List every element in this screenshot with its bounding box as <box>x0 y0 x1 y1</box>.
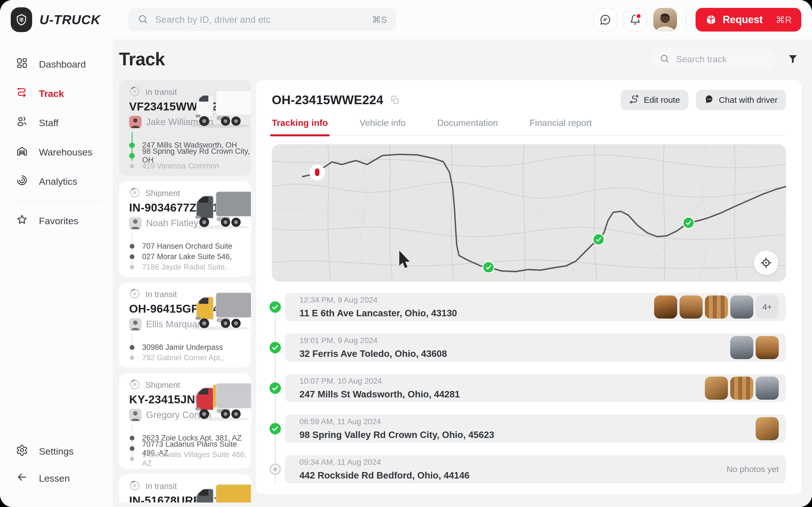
stop-photo[interactable] <box>756 377 779 400</box>
edit-route-icon <box>629 94 639 106</box>
card-stop: 027 Morar Lake Suite 546, <box>142 251 251 262</box>
map-roads <box>272 144 786 282</box>
sidebar-item-label: Favorites <box>39 216 79 226</box>
stop-photo[interactable] <box>756 417 779 440</box>
sidebar-item-favorites[interactable]: Favorites <box>0 206 113 235</box>
card-stop: 419 Vanessa Common <box>142 161 251 171</box>
tab-label: Financial report <box>529 118 592 128</box>
truck-image <box>187 379 251 424</box>
stop-address: 707 Hansen Orchard Suite <box>142 242 232 251</box>
stop-photo[interactable] <box>730 377 753 400</box>
timeline-stop-row[interactable]: 19:01 PM, 9 Aug 2024 32 Ferris Ave Toled… <box>285 334 786 362</box>
shipment-card-KY-23415JNF155[interactable]: Shipment KY-23415JNF155 Gregory Corwin 2… <box>119 373 251 469</box>
topbar-divider <box>686 11 687 28</box>
content-columns: In transit VF23415WWE224 Jake Williamson… <box>119 80 802 503</box>
detail-tabs: Tracking info Vehicle info Documentation… <box>272 118 786 136</box>
arrow-left-icon <box>16 471 28 486</box>
sidebar-collapse-button[interactable]: Lessen <box>0 465 113 492</box>
stop-address: 145 Kuvalis Villages Suite 466, AZ <box>142 450 251 468</box>
map-canvas <box>272 144 786 282</box>
topbar-actions: Request ⌘R <box>594 8 801 32</box>
request-button[interactable]: Request ⌘R <box>696 8 801 32</box>
chat-with-driver-button[interactable]: Chat with driver <box>696 90 786 110</box>
track-search-input[interactable]: Search track <box>651 48 775 70</box>
timeline-stop-row[interactable]: 06:59 AM, 11 Aug 2024 98 Spring Valley R… <box>285 414 786 443</box>
stop-photo[interactable] <box>730 336 753 359</box>
driver-avatar <box>129 409 142 421</box>
filter-icon <box>787 53 799 65</box>
stop-photo[interactable] <box>654 295 677 319</box>
stop-check-icon <box>269 382 282 394</box>
chat-bubble-icon <box>599 14 611 25</box>
sidebar-item-label: Warehouses <box>39 147 93 158</box>
driver-avatar <box>129 116 142 128</box>
shipment-card-IN-51678URE401[interactable]: In transit IN-51678URE401 Jake Williamso… <box>119 474 251 503</box>
card-status: Shipment <box>146 189 180 198</box>
timeline-stop-texts: 10:07 PM, 10 Aug 2024 247 Mills St Wadsw… <box>299 377 460 400</box>
more-photos-button[interactable]: 4+ <box>756 295 779 319</box>
timeline-stop-texts: 12:34 PM, 9 Aug 2024 11 E 6th Ave Lancas… <box>299 295 457 319</box>
truck-image <box>187 187 251 232</box>
topbar: U-TRUCK Search by ID, driver and etc ⌘S <box>0 0 812 40</box>
stop-check-icon <box>269 341 282 354</box>
timeline-stop-row[interactable]: 12:34 PM, 9 Aug 2024 11 E 6th Ave Lancas… <box>285 293 786 321</box>
stop-photo[interactable] <box>756 336 779 359</box>
star-icon <box>16 214 28 228</box>
stop-time: 06:59 AM, 11 Aug 2024 <box>299 417 494 426</box>
sidebar-item-dashboard[interactable]: Dashboard <box>0 50 113 79</box>
tab-label: Tracking info <box>272 118 328 128</box>
global-search-input[interactable]: Search by ID, driver and etc ⌘S <box>128 8 396 31</box>
stop-photo[interactable] <box>705 295 728 319</box>
stop-address: 247 Mills St Wadsworth, Ohio, 44281 <box>299 389 460 400</box>
locate-button[interactable] <box>754 251 778 275</box>
sidebar-item-settings[interactable]: Settings <box>0 438 113 465</box>
timeline-stop-texts: 09:34 AM, 11 Aug 2024 442 Rockside Rd Be… <box>299 458 469 481</box>
stop-photos: 4+ <box>654 295 779 319</box>
timeline-stop-row[interactable]: 09:34 AM, 11 Aug 2024 442 Rockside Rd Be… <box>285 455 786 483</box>
card-status: Shipment <box>146 381 180 390</box>
messages-button[interactable] <box>594 8 617 32</box>
shipment-card-IN-9034677ZFG154[interactable]: Shipment IN-9034677ZFG154 Noah Flatley 7… <box>119 181 251 277</box>
tab-tracking-info[interactable]: Tracking info <box>272 118 328 135</box>
stop-address: 32 Ferris Ave Toledo, Ohio, 43608 <box>299 348 447 359</box>
tab-documentation[interactable]: Documentation <box>437 118 498 135</box>
tab-financial-report[interactable]: Financial report <box>529 118 592 135</box>
stop-dot-icon <box>130 457 134 461</box>
tab-vehicle-info[interactable]: Vehicle info <box>359 118 406 135</box>
sidebar-item-warehouses[interactable]: Warehouses <box>0 137 113 167</box>
stop-dot-icon <box>130 345 135 350</box>
status-progress-icon <box>129 187 140 200</box>
global-search-placeholder: Search by ID, driver and etc <box>155 14 365 25</box>
copy-id-button[interactable] <box>390 95 400 105</box>
route-map[interactable] <box>272 144 786 282</box>
driver-avatar <box>129 318 142 330</box>
filter-button[interactable] <box>784 50 802 68</box>
stop-photo[interactable] <box>705 377 728 400</box>
sidebar-item-track[interactable]: Track <box>0 79 113 108</box>
button-label: Edit route <box>644 95 680 105</box>
stop-address: 027 Morar Lake Suite 546, <box>142 252 232 261</box>
page-title: Track <box>119 49 165 69</box>
stop-photo[interactable] <box>730 295 753 319</box>
shipment-card-OH-96415GFC145[interactable]: In transit OH-96415GFC145 Ellis Marquard… <box>119 282 251 368</box>
stop-photo[interactable] <box>679 295 703 319</box>
shipment-card-VF23415WWE224[interactable]: In transit VF23415WWE224 Jake Williamson… <box>119 80 251 176</box>
stop-dot-icon <box>130 265 134 269</box>
edit-route-button[interactable]: Edit route <box>620 90 688 110</box>
stop-check-icon <box>269 422 282 435</box>
sidebar-item-staff[interactable]: Staff <box>0 108 113 137</box>
stop-address: 419 Vanessa Common <box>142 162 219 170</box>
timeline-stop-row[interactable]: 10:07 PM, 10 Aug 2024 247 Mills St Wadsw… <box>285 374 786 402</box>
truck-image <box>187 480 251 503</box>
stop-dot-icon <box>130 446 135 451</box>
warehouse-icon <box>16 145 28 159</box>
analytics-icon <box>16 174 28 189</box>
sidebar-item-analytics[interactable]: Analytics <box>0 167 113 196</box>
status-progress-icon <box>129 379 140 391</box>
stops-connector <box>132 233 133 268</box>
user-avatar[interactable] <box>653 8 677 32</box>
stop-address: 792 Gabriel Corner Apt., <box>142 353 224 362</box>
stop-time: 12:34 PM, 9 Aug 2024 <box>299 295 457 304</box>
notifications-button[interactable] <box>623 8 647 32</box>
stop-address: 442 Rockside Rd Bedford, Ohio, 44146 <box>299 470 469 481</box>
